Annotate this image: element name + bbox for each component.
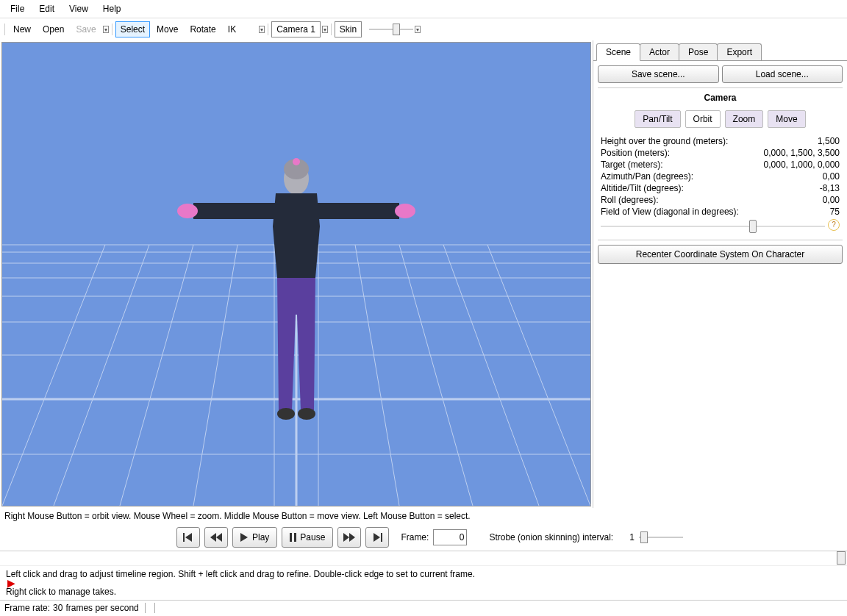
- prop-roll-label: Roll (degrees):: [601, 195, 659, 205]
- tab-pose[interactable]: Pose: [679, 43, 718, 60]
- status-bar: Frame rate: 30 frames per second: [0, 600, 847, 615]
- prop-altitude-value: -8,13: [820, 183, 840, 193]
- takes-hint: Right click to manage takes.: [6, 587, 841, 597]
- svg-point-29: [298, 408, 315, 420]
- framerate-value: 30: [53, 603, 62, 613]
- side-panel: Scene Actor Pose Export Save scene... Lo…: [593, 40, 847, 508]
- menu-help[interactable]: Help: [96, 1, 129, 16]
- rotate-tool-button[interactable]: Rotate: [185, 21, 221, 37]
- svg-rect-24: [317, 203, 399, 219]
- camera-dropdown-icon[interactable]: ▾: [322, 26, 328, 33]
- camera-select-button[interactable]: Camera 1: [271, 21, 321, 37]
- prop-fov-label: Field of View (diagonal in degrees):: [601, 207, 739, 217]
- fov-slider[interactable]: ?: [601, 219, 840, 234]
- pause-button[interactable]: Pause: [282, 527, 333, 548]
- play-button[interactable]: Play: [232, 527, 277, 548]
- timeline-scroll-thumb[interactable]: [837, 551, 846, 565]
- skin-button[interactable]: Skin: [335, 21, 362, 37]
- move-cam-button[interactable]: Move: [768, 110, 805, 128]
- svg-marker-31: [185, 533, 192, 542]
- playback-bar: Play Pause Frame: Strobe (onion skinning…: [0, 524, 847, 551]
- timeline-scrollbar[interactable]: [0, 551, 847, 565]
- tab-actor[interactable]: Actor: [640, 43, 679, 60]
- load-scene-button[interactable]: Load scene...: [722, 65, 843, 83]
- scene-tab-content: Save scene... Load scene... Camera Pan/T…: [593, 61, 847, 508]
- panel-tabs: Scene Actor Pose Export: [593, 40, 847, 61]
- svg-rect-36: [294, 533, 296, 542]
- select-tool-button[interactable]: Select: [115, 21, 150, 37]
- tab-scene[interactable]: Scene: [596, 43, 640, 61]
- goto-end-button[interactable]: [365, 527, 389, 548]
- svg-marker-32: [210, 533, 216, 542]
- svg-rect-40: [381, 533, 382, 542]
- frame-input[interactable]: [433, 529, 467, 545]
- prop-target-label: Target (meters):: [601, 160, 663, 170]
- camera-section-title: Camera: [598, 87, 843, 107]
- display-dropdown-icon[interactable]: ▾: [415, 26, 421, 33]
- viewport-hint: Right Mouse Button = orbit view. Mouse W…: [0, 508, 847, 524]
- svg-rect-30: [183, 533, 185, 542]
- menu-view[interactable]: View: [62, 1, 96, 16]
- new-button[interactable]: New: [8, 21, 36, 37]
- menu-edit[interactable]: Edit: [32, 1, 62, 16]
- timeline-hint: Left click and drag to adjust timeline r…: [6, 569, 841, 579]
- 3d-viewport[interactable]: [1, 42, 591, 506]
- strobe-slider[interactable]: [639, 531, 683, 544]
- orbit-cam-button[interactable]: Orbit: [685, 110, 721, 128]
- timeline-region[interactable]: Left click and drag to adjust timeline r…: [0, 565, 847, 600]
- strobe-value: 1: [629, 532, 635, 542]
- svg-rect-23: [193, 203, 276, 219]
- svg-marker-37: [343, 533, 349, 542]
- pan-tilt-button[interactable]: Pan/Tilt: [635, 110, 680, 128]
- zoom-cam-button[interactable]: Zoom: [725, 110, 764, 128]
- svg-marker-38: [349, 533, 355, 542]
- frame-label: Frame:: [401, 532, 429, 542]
- tool-dropdown-icon[interactable]: ▾: [259, 26, 265, 33]
- svg-point-28: [277, 408, 295, 420]
- save-scene-button[interactable]: Save scene...: [598, 65, 719, 83]
- timeline-playhead-icon[interactable]: ▶: [6, 579, 841, 587]
- prop-height-label: Height over the ground (meters):: [601, 136, 728, 146]
- move-tool-button[interactable]: Move: [151, 21, 183, 37]
- svg-rect-35: [290, 533, 292, 542]
- tab-export[interactable]: Export: [717, 43, 762, 60]
- goto-start-button[interactable]: [176, 527, 200, 548]
- prop-target-value: 0,000, 1,000, 0,000: [764, 160, 840, 170]
- rewind-button[interactable]: [204, 527, 228, 548]
- menu-bar: File Edit View Help: [0, 0, 847, 18]
- toolbar: New Open Save ▾ Select Move Rotate IK ▾ …: [0, 18, 847, 40]
- prop-altitude-label: Altitide/Tilt (degrees):: [601, 183, 684, 193]
- help-icon[interactable]: ?: [828, 219, 840, 231]
- prop-roll-value: 0,00: [823, 195, 840, 205]
- fast-forward-button[interactable]: [337, 527, 361, 548]
- svg-point-27: [293, 158, 300, 165]
- prop-position-value: 0,000, 1,500, 3,500: [764, 148, 840, 158]
- strobe-label: Strobe (onion skinning) interval:: [489, 532, 613, 542]
- save-dropdown-icon[interactable]: ▾: [103, 26, 109, 33]
- open-button[interactable]: Open: [37, 21, 69, 37]
- svg-point-26: [395, 204, 415, 218]
- menu-file[interactable]: File: [3, 1, 32, 16]
- svg-marker-39: [374, 533, 380, 542]
- recenter-button[interactable]: Recenter Coordinate System On Character: [598, 245, 843, 264]
- prop-azimuth-label: Azimuth/Pan (degrees):: [601, 171, 693, 182]
- framerate-unit: frames per second: [65, 603, 138, 613]
- prop-position-label: Position (meters):: [601, 148, 670, 158]
- prop-fov-value: 75: [830, 207, 840, 217]
- svg-point-25: [177, 204, 198, 218]
- viewport-scene: [2, 43, 590, 506]
- save-button[interactable]: Save: [71, 21, 101, 37]
- ik-tool-button[interactable]: IK: [223, 21, 241, 37]
- svg-marker-33: [216, 533, 222, 542]
- prop-height-value: 1,500: [818, 136, 840, 146]
- framerate-label: Frame rate:: [4, 603, 50, 613]
- prop-azimuth-value: 0,00: [823, 171, 840, 182]
- display-slider-1[interactable]: [369, 23, 413, 36]
- svg-marker-34: [240, 533, 248, 542]
